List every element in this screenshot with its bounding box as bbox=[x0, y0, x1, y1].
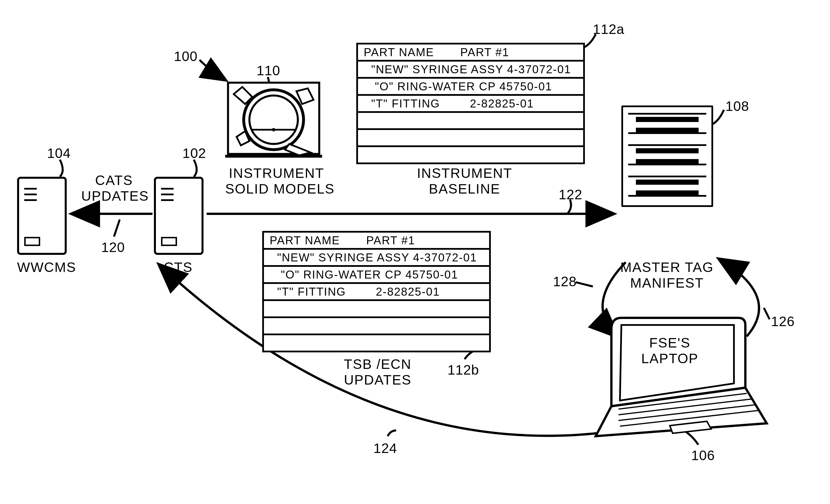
instrument-baseline-label: INSTRUMENT BASELINE bbox=[408, 165, 521, 197]
ref-104: 104 bbox=[47, 146, 71, 161]
ref-106: 106 bbox=[691, 447, 715, 463]
ref-108: 108 bbox=[725, 98, 749, 114]
table-row bbox=[264, 318, 489, 335]
table-row bbox=[264, 301, 489, 318]
ref-126: 126 bbox=[771, 314, 795, 329]
table-row bbox=[358, 113, 583, 130]
ref-122: 122 bbox=[558, 187, 582, 202]
fse-laptop-label: FSE'S LAPTOP bbox=[638, 335, 701, 366]
svg-point-7 bbox=[272, 128, 275, 131]
master-tag-manifest-icon bbox=[621, 105, 713, 207]
tsb-ecn-label: TSB /ECN UPDATES bbox=[328, 356, 427, 388]
instrument-models-label: INSTRUMENT SOLID MODELS bbox=[225, 165, 328, 197]
ref-112b: 112b bbox=[447, 362, 479, 378]
table-row: "O" RING-WATER CP 45750-01 bbox=[358, 79, 583, 96]
cts-server-icon bbox=[154, 177, 203, 255]
cts-label: CTS bbox=[158, 259, 198, 275]
table-row bbox=[358, 147, 583, 162]
table-header: PART NAME PART #1 bbox=[358, 44, 583, 62]
svg-point-5 bbox=[249, 95, 298, 144]
ref-120: 120 bbox=[101, 240, 125, 255]
table-row: "T" FITTING 2-82825-01 bbox=[358, 96, 583, 113]
ref-100: 100 bbox=[174, 49, 197, 64]
master-tag-manifest-label: MASTER TAG MANIFEST bbox=[618, 259, 715, 291]
wwcms-label: WWCMS bbox=[17, 259, 67, 275]
ref-102: 102 bbox=[183, 146, 206, 161]
table-header: PART NAME PART #1 bbox=[264, 232, 489, 250]
table-row bbox=[358, 130, 583, 147]
table-row: "T" FITTING 2-82825-01 bbox=[264, 284, 489, 301]
wwcms-server-icon bbox=[17, 177, 67, 255]
table-row: "NEW" SYRINGE ASSY 4-37072-01 bbox=[358, 62, 583, 79]
ref-110: 110 bbox=[257, 63, 280, 78]
diagram-stage: WWCMS CTS CATS UPDATES INSTRUMENT SOLID … bbox=[0, 0, 830, 504]
cats-updates-label: CATS UPDATES bbox=[81, 172, 147, 204]
ref-124: 124 bbox=[373, 440, 397, 456]
table-row bbox=[264, 335, 489, 351]
instrument-baseline-table: PART NAME PART #1 "NEW" SYRINGE ASSY 4-3… bbox=[356, 43, 585, 164]
table-row: "NEW" SYRINGE ASSY 4-37072-01 bbox=[264, 250, 489, 267]
ref-128: 128 bbox=[553, 274, 577, 289]
ref-112a: 112a bbox=[593, 21, 625, 37]
table-row: "O" RING-WATER CP 45750-01 bbox=[264, 267, 489, 284]
tsb-ecn-table: PART NAME PART #1 "NEW" SYRINGE ASSY 4-3… bbox=[262, 231, 491, 352]
